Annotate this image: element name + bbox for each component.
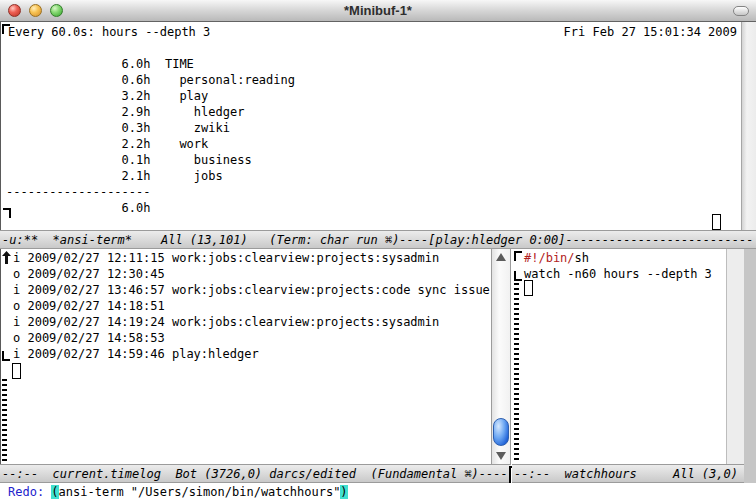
shebang-interpreter: sh bbox=[575, 251, 589, 265]
script-cursor bbox=[524, 280, 533, 296]
timelog-line: o 2009/02/27 14:18:51 bbox=[13, 298, 490, 314]
modeline-ansi-term: -u:** *ansi-term* All (13,101) (Term: ch… bbox=[0, 230, 756, 249]
timelog-line: i 2009/02/27 13:46:57 work:jobs:clearvie… bbox=[13, 282, 490, 298]
titlebar[interactable]: *Minibuf-1* bbox=[0, 0, 756, 22]
minibuffer-expression: ansi-term "/Users/simon/bin/watchhours" bbox=[59, 485, 341, 499]
timelog-text: i 2009/02/27 12:11:15 work:jobs:clearvie… bbox=[13, 250, 490, 362]
terminal-pane[interactable]: Every 60.0s: hours --depth 3 Fri Feb 27 … bbox=[0, 22, 741, 230]
report-line: 6.0h bbox=[6, 200, 295, 216]
report-line: 0.1h business bbox=[6, 152, 295, 168]
timelog-scrollbar[interactable] bbox=[491, 249, 511, 464]
paren-open: ( bbox=[51, 485, 58, 499]
buffer-end-angle-icon bbox=[514, 271, 522, 281]
modeline-timelog: --:-- current.timelog Bot (3726,0) darcs… bbox=[0, 464, 511, 483]
minibuffer[interactable]: Redo: (ansi-term "/Users/simon/bin/watch… bbox=[0, 483, 756, 502]
buffer-top-angle-icon bbox=[514, 251, 522, 261]
timelog-line: o 2009/02/27 14:58:53 bbox=[13, 330, 490, 346]
timelog-line: i 2009/02/27 14:19:24 work:jobs:clearvie… bbox=[13, 314, 490, 330]
shebang-comment: #!/bin/ bbox=[524, 251, 575, 265]
timelog-line: i 2009/02/27 12:11:15 work:jobs:clearvie… bbox=[13, 250, 490, 266]
timelog-line: i 2009/02/27 14:59:46 play:hledger bbox=[13, 346, 490, 362]
report-line: 2.1h jobs bbox=[6, 168, 295, 184]
emacs-window: *Minibuf-1* Every 60.0s: hours --depth 3… bbox=[0, 0, 756, 502]
hours-report: 6.0h TIME 0.6h personal:reading 3.2h pla… bbox=[6, 56, 295, 216]
empty-lines-stipple-icon bbox=[2, 379, 7, 462]
modeline-script: --:-- watchhours All (3,0) bbox=[512, 464, 744, 483]
terminal-scrollbar[interactable] bbox=[741, 22, 756, 230]
report-line: 0.3h zwiki bbox=[6, 120, 295, 136]
script-scrollbar[interactable] bbox=[726, 249, 744, 464]
toolbar-toggle-button[interactable] bbox=[733, 6, 749, 16]
report-line: 3.2h play bbox=[6, 88, 295, 104]
paren-close: ) bbox=[340, 485, 347, 499]
minibuffer-prompt: Redo: bbox=[8, 485, 51, 499]
timelog-cursor bbox=[12, 363, 21, 379]
script-text: #!/bin/sh watch -n60 hours --depth 3 bbox=[524, 250, 712, 282]
timelog-pane[interactable]: i 2009/02/27 12:11:15 work:jobs:clearvie… bbox=[0, 249, 491, 464]
terminal-cursor bbox=[712, 214, 721, 230]
buffer-end-angle-icon bbox=[3, 208, 11, 218]
report-line: 2.2h work bbox=[6, 136, 295, 152]
buffer-end-angle-icon bbox=[2, 351, 10, 361]
script-command-line: watch -n60 hours --depth 3 bbox=[524, 266, 712, 282]
report-line: 6.0h TIME bbox=[6, 56, 295, 72]
script-shebang-line: #!/bin/sh bbox=[524, 250, 712, 266]
script-pane[interactable]: #!/bin/sh watch -n60 hours --depth 3 bbox=[512, 249, 726, 464]
watch-timestamp: Fri Feb 27 15:01:34 2009 bbox=[0, 24, 737, 40]
window-title: *Minibuf-1* bbox=[0, 3, 756, 19]
window-edge-strip bbox=[744, 249, 756, 483]
scrollbar-down-arrow-icon[interactable] bbox=[496, 452, 506, 460]
fringe-up-arrow-icon bbox=[2, 251, 11, 268]
scrollbar-thumb[interactable] bbox=[493, 418, 509, 446]
report-line: 0.6h personal:reading bbox=[6, 72, 295, 88]
report-line: 2.9h hledger bbox=[6, 104, 295, 120]
timelog-line: o 2009/02/27 12:30:45 bbox=[13, 266, 490, 282]
scrollbar-up-arrow-icon[interactable] bbox=[496, 253, 506, 261]
report-line: -------------------- bbox=[6, 184, 295, 200]
empty-lines-stipple-icon bbox=[514, 283, 519, 462]
